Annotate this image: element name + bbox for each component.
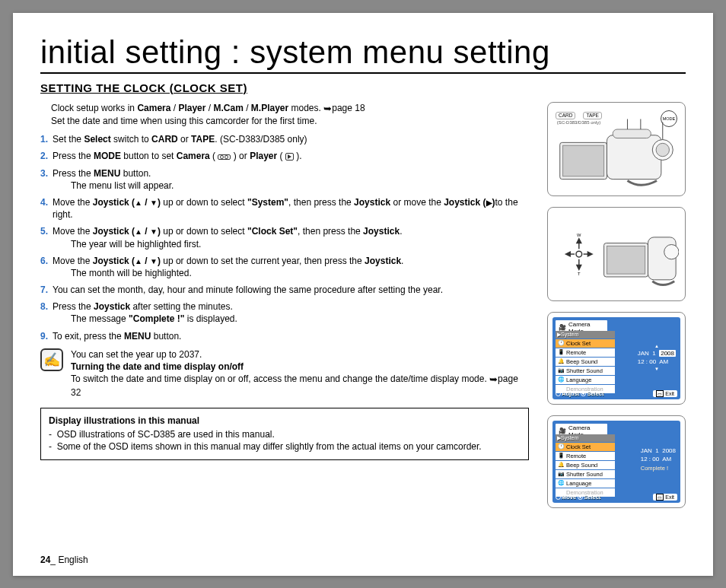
sub-text: The year will be highlighted first. [71,238,529,250]
osd-screen-clockset: 🎥Camera Mode ▶ System 🕐Clock Set 📱Remote… [547,312,686,405]
step-list: Set the Select switch to CARD or TAPE. (… [40,133,529,342]
dot-circle-icon [581,391,586,396]
down-triangle-icon: ▼ [638,366,676,372]
osd-footer: Move Select ▭Exit [556,494,677,501]
osd-value-panel: JAN 1 2008 12 : 00 AM Complete ! [641,447,676,473]
text: Clock setup works in [51,103,137,113]
arrow-icon: ➥ [323,103,332,114]
circle-icon [556,494,561,500]
menu-item-clock: 🕐Clock Set [556,443,615,451]
globe-icon: 🌐 [557,376,565,383]
note-line: - OSD illustrations of SC-D385 are used … [49,428,521,440]
svg-marker-15 [577,238,581,243]
camera-tape-icon [218,154,231,160]
svg-rect-3 [613,129,651,138]
menu-item-remote: 📱Remote [556,348,615,357]
section-title: SETTING THE CLOCK (CLOCK SET) [40,81,686,94]
sub-text: The month will be highlighted. [71,267,529,279]
osd-menu: ▶ System 🕐Clock Set 📱Remote 🔔Beep Sound … [556,434,615,497]
page-footer: 24_ English [40,555,88,565]
menu-item-beep: 🔔Beep Sound [556,461,615,469]
menu-item-clock: 🕐Clock Set [556,339,615,348]
up-triangle-icon: ▲ [135,258,142,265]
svg-rect-2 [607,135,661,179]
year-highlight: 2008 [659,350,676,357]
time-row: 12 : 00 AM [641,455,676,463]
mode-name: M.Cam [213,103,243,113]
player-icon [285,153,294,161]
osd-inner: 🎥Camera Mode ▶ System 🕐Clock Set 📱Remote… [552,317,680,399]
time-row: 12 : 00 AM [638,358,676,366]
model-note: (SC-D383/D385 only) [557,120,600,125]
step-item: You can set the month, day, hour and min… [40,284,529,296]
text: Set the date and time when using this ca… [51,116,317,126]
display-note-box: Display illustrations in this manual - O… [40,408,529,460]
circle-icon [556,391,561,396]
up-triangle-icon: ▲ [638,343,676,349]
svg-point-13 [576,251,582,257]
remote-icon: 📱 [557,452,565,459]
osd-inner: 🎥Camera Mode ▶ System 🕐Clock Set 📱Remote… [552,421,680,503]
remote-icon: 📱 [557,348,565,356]
camcorder-mode-diagram: CARD TAPE (SC-D383/D385 only) MODE [547,102,686,196]
instructions-column: Clock setup works in Camera / Player / M… [40,102,529,508]
osd-value-panel: ▲ JAN 1 2008 12 : 00 AM ▼ [638,343,676,373]
page-title: initial setting : system menu setting [40,34,686,74]
step-item: Move the Joystick (▲ / ▼) up or down to … [40,196,529,221]
osd-screen-complete: 🎥Camera Mode ▶ System 🕐Clock Set 📱Remote… [547,415,686,508]
svg-rect-1 [563,145,604,176]
mode-switch-labels: CARD TAPE (SC-D383/D385 only) MODE [556,110,677,127]
page-ref: page 18 [332,103,365,113]
osd-menu: ▶ System 🕐Clock Set 📱Remote 🔔Beep Sound … [556,331,615,394]
date-row: JAN 1 2008 [641,447,676,455]
camcorder-joystick-diagram: W T [547,207,686,301]
mode-name: Camera [137,103,170,113]
menu-item-remote: 📱Remote [556,452,615,460]
joystick-illustration-icon: W T [554,214,679,294]
menu-group: ▶ System [556,331,615,338]
mode-name: M.Player [251,103,288,113]
sound-icon: 🔔 [557,358,565,365]
globe-icon: 🌐 [557,479,565,487]
sub-text: The menu list will appear. [71,180,529,192]
step-item: Move the Joystick (▲ / ▼) up or down to … [40,225,529,250]
content-row: Clock setup works in Camera / Player / M… [40,102,686,508]
svg-marker-21 [587,252,592,256]
down-triangle-icon: ▼ [150,258,158,265]
clock-icon: 🕐 [557,339,565,347]
menu-item-language: 🌐Language [556,479,615,488]
menu-group: ▶ System [556,434,615,442]
dot-circle-icon [578,494,583,500]
manual-page: initial setting : system menu setting SE… [13,13,713,576]
mode-name: Player [178,103,205,113]
sub-text: The message "Complete !" is displayed. [71,313,529,325]
note-line: - Some of the OSD items shown in this ma… [49,440,521,453]
svg-text:T: T [578,272,581,276]
osd-footer: Adjust Select ▭Exit [556,390,677,397]
step-item: Move the Joystick (▲ / ▼) up or down to … [40,255,529,279]
step-item: Press the MODE button to set Camera ( ) … [40,150,529,162]
step-item: Set the Select switch to CARD or TAPE. (… [40,133,529,145]
exit-pill: ▭Exit [653,390,677,397]
illustration-column: CARD TAPE (SC-D383/D385 only) MODE [547,102,686,508]
exit-pill: ▭Exit [653,494,677,501]
tip-block: ✍ You can set the year up to 2037. Turni… [40,348,529,399]
sound-icon: 🔔 [557,461,565,469]
svg-rect-10 [607,246,645,274]
complete-message: Complete ! [641,465,676,473]
footer-language: English [58,555,88,565]
tape-label: TAPE [583,112,602,120]
down-triangle-icon: ▼ [150,228,158,236]
clock-icon: 🕐 [557,443,565,450]
right-triangle-icon: ▶ [486,199,492,207]
menu-item-beep: 🔔Beep Sound [556,358,615,366]
down-triangle-icon: ▼ [150,199,158,207]
svg-point-5 [656,143,669,156]
shutter-icon: 📷 [557,367,565,374]
up-triangle-icon: ▲ [135,199,142,207]
shutter-icon: 📷 [557,470,565,478]
menu-item-shutter: 📷Shutter Sound [556,367,615,375]
step-item: Press the MENU button. The menu list wil… [40,167,529,192]
intro-text: Clock setup works in Camera / Player / M… [51,102,529,128]
mode-button-label: MODE [661,110,677,127]
